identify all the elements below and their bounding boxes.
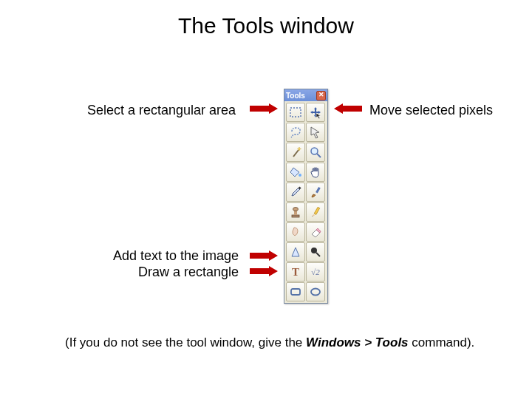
svg-rect-11	[316, 187, 321, 193]
arrow-left-1	[334, 103, 362, 114]
arrow-right-3	[250, 266, 278, 276]
footnote-suffix: command).	[409, 335, 475, 349]
rect-select-tool[interactable]	[286, 103, 305, 122]
close-icon[interactable]: ✕	[316, 91, 326, 100]
dodge-tool[interactable]	[306, 242, 325, 262]
svg-point-21	[311, 248, 317, 253]
footnote: (If you do not see the tool window, give…	[65, 335, 474, 350]
brush-tool[interactable]	[306, 183, 325, 202]
svg-rect-4	[290, 108, 301, 117]
svg-marker-3	[250, 266, 278, 276]
svg-text:T: T	[292, 266, 299, 278]
svg-line-22	[316, 253, 320, 256]
tools-window[interactable]: Tools ✕	[284, 89, 328, 304]
label-select-rect: Select a rectangular area	[87, 102, 236, 118]
tools-titlebar[interactable]: Tools ✕	[284, 89, 327, 101]
hand-tool[interactable]	[306, 163, 325, 182]
smudge-tool[interactable]	[286, 222, 305, 242]
label-add-text: Add text to the image	[113, 248, 239, 263]
zoom-tool[interactable]	[306, 143, 325, 162]
svg-point-7	[311, 148, 318, 154]
svg-point-26	[311, 289, 320, 296]
text-tool[interactable]: T	[286, 262, 305, 282]
svg-rect-25	[291, 289, 300, 295]
svg-line-8	[317, 154, 321, 157]
footnote-menu-path: Windows > Tools	[306, 335, 409, 349]
sharpen-tool[interactable]	[286, 242, 305, 262]
eyedropper-tool[interactable]	[286, 183, 305, 202]
arrow-right-1	[250, 103, 278, 114]
line-tool[interactable]: √2	[306, 262, 325, 282]
svg-marker-20	[292, 248, 299, 256]
fill-tool[interactable]	[286, 163, 305, 182]
page-title: The Tools window	[0, 13, 532, 38]
label-move-pixels: Move selected pixels	[369, 102, 493, 118]
stamp-tool[interactable]	[286, 202, 305, 222]
footnote-prefix: (If you do not see the tool window, give…	[65, 335, 306, 349]
rect-shape-tool[interactable]	[286, 282, 305, 301]
label-text-and-rect: Add text to the image Draw a rectangle	[98, 248, 239, 280]
svg-text:√2: √2	[311, 267, 320, 276]
svg-rect-15	[314, 207, 320, 214]
ellipse-tool[interactable]	[306, 282, 325, 301]
svg-marker-2	[250, 250, 278, 261]
svg-marker-1	[334, 103, 362, 114]
wand-tool[interactable]	[286, 143, 305, 162]
pencil-tool[interactable]	[306, 202, 325, 222]
arrow-right-2	[250, 250, 278, 261]
tools-title: Tools	[286, 92, 305, 100]
svg-line-5	[293, 150, 299, 157]
slide: The Tools window Select a rectangular ar…	[0, 0, 532, 399]
move-tool[interactable]	[306, 103, 325, 122]
eraser-tool[interactable]	[306, 222, 325, 242]
arrow-tool[interactable]	[306, 123, 325, 142]
lasso-tool[interactable]	[286, 123, 305, 142]
label-draw-rect: Draw a rectangle	[138, 265, 239, 279]
svg-point-14	[293, 208, 299, 211]
tools-grid: T √2	[284, 101, 327, 303]
svg-point-9	[299, 174, 301, 177]
svg-rect-12	[292, 215, 299, 217]
svg-marker-0	[250, 103, 278, 114]
